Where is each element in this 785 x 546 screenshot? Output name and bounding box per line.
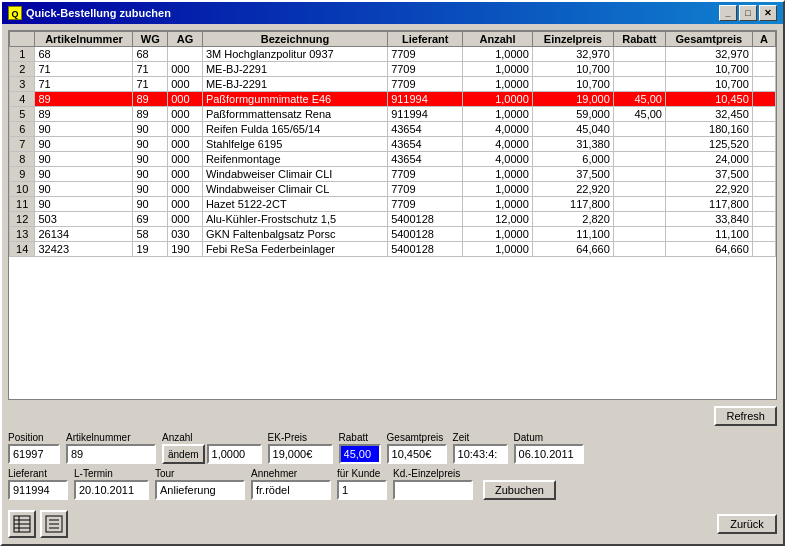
table-cell: 000 [168,152,203,167]
table-cell: 4,0000 [463,137,532,152]
table-cell: 11,100 [532,227,613,242]
list-icon-button[interactable] [40,510,68,538]
table-cell: 1,0000 [463,197,532,212]
close-button[interactable]: ✕ [759,5,777,21]
rabatt-input[interactable] [339,444,381,464]
table-row[interactable]: 89090000Reifenmontage436544,00006,00024,… [10,152,776,167]
table-cell: ME-BJ-2291 [202,77,387,92]
table-cell [613,47,665,62]
table-cell [613,242,665,257]
table-cell: 1,0000 [463,107,532,122]
table-row[interactable]: 58989000Paßformmattensatz Rena9119941,00… [10,107,776,122]
table-cell: 43654 [388,152,463,167]
bottom-row: Zurück [8,510,777,538]
table-row[interactable]: 37171000ME-BJ-229177091,000010,70010,700 [10,77,776,92]
kdeinzelpreis-input[interactable] [393,480,473,500]
table-row[interactable]: 99090000Windabweiser Climair CLI77091,00… [10,167,776,182]
lieferant-input[interactable] [8,480,68,500]
table-cell: 90 [133,167,168,182]
table-cell: 5400128 [388,242,463,257]
table-row[interactable]: 109090000Windabweiser Climair CL77091,00… [10,182,776,197]
table-cell: 10,450 [665,92,752,107]
table-cell: 000 [168,167,203,182]
window-title: Quick-Bestellung zubuchen [26,7,171,19]
table-row[interactable]: 69090000Reifen Fulda 165/65/14436544,000… [10,122,776,137]
table-cell [613,137,665,152]
table-cell: 32423 [35,242,133,257]
table-row[interactable]: 79090000Stahlfelge 6195436544,000031,380… [10,137,776,152]
table-cell: 000 [168,122,203,137]
tour-input[interactable] [155,480,245,500]
table-cell: 90 [35,122,133,137]
table-cell: 90 [133,182,168,197]
table-cell: Hazet 5122-2CT [202,197,387,212]
table-row[interactable]: 132613458030GKN Faltenbalgsatz Porsc5400… [10,227,776,242]
ekpreis-field: EK-Preis [268,432,333,464]
andern-button[interactable]: ändem [162,444,205,464]
table-cell [752,62,775,77]
table-cell [752,92,775,107]
position-label: Position [8,432,60,443]
table-cell: 1,0000 [463,182,532,197]
rabatt-field: Rabatt [339,432,381,464]
table-cell: 24,000 [665,152,752,167]
gesamtpreis-input[interactable] [387,444,447,464]
annehmer-label: Annehmer [251,468,331,479]
ekpreis-label: EK-Preis [268,432,333,443]
table-cell: 89 [35,92,133,107]
table-cell: GKN Faltenbalgsatz Porsc [202,227,387,242]
table-icon-button[interactable] [8,510,36,538]
content-area: Artikelnummer WG AG Bezeichnung Lieferan… [2,24,783,544]
table-cell: 4,0000 [463,152,532,167]
ekpreis-input[interactable] [268,444,333,464]
zeit-input[interactable] [453,444,508,464]
table-cell: 43654 [388,122,463,137]
table-row[interactable]: 168683M Hochglanzpolitur 093777091,00003… [10,47,776,62]
anzahl-input[interactable] [207,444,262,464]
ltermin-input[interactable] [74,480,149,500]
col-header-artnr: Artikelnummer [35,32,133,47]
position-input[interactable] [8,444,60,464]
furkunde-field: für Kunde [337,468,387,500]
table-cell: 911994 [388,107,463,122]
table-scroll[interactable]: Artikelnummer WG AG Bezeichnung Lieferan… [9,31,776,399]
refresh-button[interactable]: Refresh [714,406,777,426]
furkunde-input[interactable] [337,480,387,500]
artikelnummer-input[interactable] [66,444,156,464]
table-cell [752,137,775,152]
table-cell: 1,0000 [463,47,532,62]
table-cell: 7709 [388,77,463,92]
table-cell [613,152,665,167]
col-header-rab: Rabatt [613,32,665,47]
table-row[interactable]: 143242319190Febi ReSa Federbeinlager5400… [10,242,776,257]
table-cell: 71 [35,62,133,77]
table-cell [613,197,665,212]
table-cell: 13 [10,227,35,242]
furkunde-label: für Kunde [337,468,387,479]
maximize-button[interactable]: □ [739,5,757,21]
table-cell: Windabweiser Climair CLI [202,167,387,182]
table-row[interactable]: 1250369000Alu-Kühler-Frostschutz 1,55400… [10,212,776,227]
table-cell: 10,700 [665,77,752,92]
zuruck-button[interactable]: Zurück [717,514,777,534]
table-cell: 5 [10,107,35,122]
titlebar-icon: Q [8,6,22,20]
table-row[interactable]: 48989000Paßformgummimatte E469119941,000… [10,92,776,107]
titlebar: Q Quick-Bestellung zubuchen _ □ ✕ [2,2,783,24]
table-cell: 71 [133,77,168,92]
table-cell: 4,0000 [463,122,532,137]
col-header-ep: Einzelpreis [532,32,613,47]
zubuchen-button[interactable]: Zubuchen [483,480,556,500]
form-row-1: Position Artikelnummer Anzahl ändem EK-P… [8,432,777,464]
table-cell: 69 [133,212,168,227]
zeit-label: Zeit [453,432,508,443]
table-row[interactable]: 119090000Hazet 5122-2CT77091,0000117,800… [10,197,776,212]
table-cell: 31,380 [532,137,613,152]
minimize-button[interactable]: _ [719,5,737,21]
table-cell [752,77,775,92]
annehmer-input[interactable] [251,480,331,500]
table-row[interactable]: 27171000ME-BJ-229177091,000010,70010,700 [10,62,776,77]
table-cell [752,47,775,62]
datum-input[interactable] [514,444,584,464]
col-header-lief: Lieferant [388,32,463,47]
